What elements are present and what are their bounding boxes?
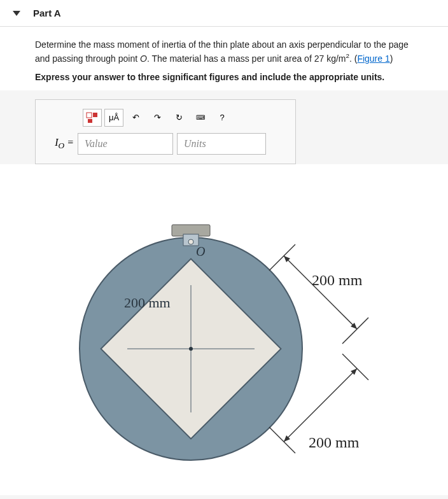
reset-button[interactable]: ↻ bbox=[169, 109, 188, 127]
svg-text:200 mm: 200 mm bbox=[312, 272, 363, 288]
figure-link[interactable]: Figure 1 bbox=[357, 53, 389, 64]
value-input[interactable]: Value bbox=[78, 133, 173, 155]
svg-rect-1 bbox=[93, 113, 97, 117]
answer-toolbar: μÅ ↶ ↷ ↻ ⌨ ? bbox=[83, 109, 286, 127]
question-line2: Express your answer to three significant… bbox=[35, 71, 413, 84]
svg-rect-2 bbox=[88, 119, 92, 123]
svg-point-7 bbox=[189, 347, 193, 351]
question-line1d: ) bbox=[390, 53, 393, 64]
answer-box: μÅ ↶ ↷ ↻ ⌨ ? IO = Value Units bbox=[35, 99, 296, 164]
svg-text:200 mm: 200 mm bbox=[309, 434, 360, 451]
template-button[interactable] bbox=[83, 109, 102, 127]
svg-line-11 bbox=[269, 244, 295, 271]
question-line1b: . The material has a mass per unit area … bbox=[147, 53, 346, 64]
question-text: Determine the mass moment of inertia of … bbox=[0, 27, 448, 90]
redo-button[interactable]: ↷ bbox=[148, 109, 167, 127]
units-input[interactable]: Units bbox=[177, 133, 266, 155]
special-chars-button[interactable]: μÅ bbox=[104, 109, 123, 127]
svg-line-12 bbox=[342, 318, 368, 344]
figure-area: O 200 mm 200 mm 200 mm bbox=[0, 164, 448, 495]
svg-line-17 bbox=[342, 354, 368, 380]
dim-radius-label: 200 mm bbox=[124, 295, 171, 311]
svg-rect-0 bbox=[87, 113, 92, 118]
point-o-label: O bbox=[196, 244, 205, 258]
figure-svg: O 200 mm 200 mm 200 mm bbox=[25, 164, 420, 495]
undo-button[interactable]: ↶ bbox=[126, 109, 145, 127]
point-o: O bbox=[140, 53, 147, 64]
part-title: Part A bbox=[33, 8, 61, 18]
svg-line-18 bbox=[269, 427, 295, 453]
part-dropdown-icon[interactable] bbox=[13, 11, 20, 16]
help-button[interactable]: ? bbox=[213, 109, 232, 127]
keyboard-button[interactable]: ⌨ bbox=[191, 109, 210, 127]
io-label: IO = bbox=[45, 137, 74, 151]
question-line1c: . ( bbox=[349, 53, 357, 64]
svg-point-10 bbox=[188, 239, 193, 244]
